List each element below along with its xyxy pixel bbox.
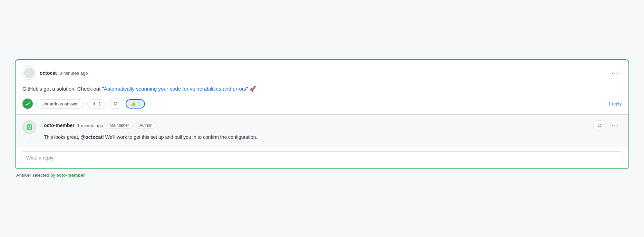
member-avatar: M [22,120,36,134]
reply-content: octo-member 1 minute ago Maintainer Auth… [44,120,622,141]
reply-header: octo-member 1 minute ago Maintainer Auth… [44,120,622,131]
smiley-icon: ☺ [113,101,118,107]
author-badge: Author [136,122,155,129]
discussion-wrapper: 🐱 octocat 8 minutes ago ··· GitHub's got… [15,59,629,177]
reply-author-name: octo-member [44,123,75,128]
author-name: octocat [40,70,57,76]
maintainer-badge: Maintainer [106,122,133,129]
reply-add-reaction-button[interactable]: ☺ [593,120,606,131]
upvote-icon [92,101,97,106]
reply-comment: M octo-member 1 minute ago Maintainer Au… [22,120,622,141]
reply-count[interactable]: 1 reply [608,101,622,106]
body-text: GitHub's got a solution. Check out [22,86,102,92]
svg-text:M: M [27,124,31,130]
discussion-card: 🐱 octocat 8 minutes ago ··· GitHub's got… [15,59,629,169]
svg-point-0 [24,68,35,78]
comment-body: GitHub's got a solution. Check out "Auto… [22,85,622,93]
thumbsup-emoji: 👍 [130,101,136,106]
reply-more-options-button[interactable]: ··· [609,121,622,131]
unmark-answer-button[interactable]: Unmark as answer [36,99,84,109]
add-reaction-button[interactable]: ☺ [109,99,122,109]
octocat-icon: 🐱 [24,68,35,79]
footer-prefix: Answer selected by [16,173,56,178]
thumbsup-reaction-button[interactable]: 👍 1 [126,99,145,109]
comment-actions: Unmark as answer 1 ☺ 👍 1 1 reply [22,99,622,109]
member-icon: M [24,122,35,133]
link-emoji: 🚀 [248,86,256,92]
author-info: octocat 8 minutes ago [40,70,609,76]
article-link[interactable]: Automatically scanning your code for vul… [104,86,246,92]
top-comment: 🐱 octocat 8 minutes ago ··· GitHub's got… [16,60,628,114]
reply-smiley-icon: ☺ [597,122,602,128]
avatar: 🐱 [22,66,36,80]
thread-line [31,135,31,141]
comment-header: 🐱 octocat 8 minutes ago ··· [22,66,622,80]
footer-author: octo-member [56,173,85,178]
reply-body: This looks great, @octocat! We'll work t… [44,133,622,141]
more-options-button[interactable]: ··· [609,68,622,78]
upvote-button[interactable]: 1 [87,99,105,109]
answer-check-icon[interactable] [22,99,33,109]
thumbsup-count: 1 [138,101,140,106]
answer-footer: Answer selected by octo-member [15,173,629,178]
reply-actions: ☺ ··· [593,120,622,131]
mention-octocat: @octocat [81,134,103,140]
write-reply-section [16,147,628,168]
reply-section: M octo-member 1 minute ago Maintainer Au… [16,115,628,146]
reply-timestamp: 1 minute ago [77,123,103,128]
write-reply-input[interactable] [21,151,623,164]
timestamp: 8 minutes ago [60,71,88,76]
